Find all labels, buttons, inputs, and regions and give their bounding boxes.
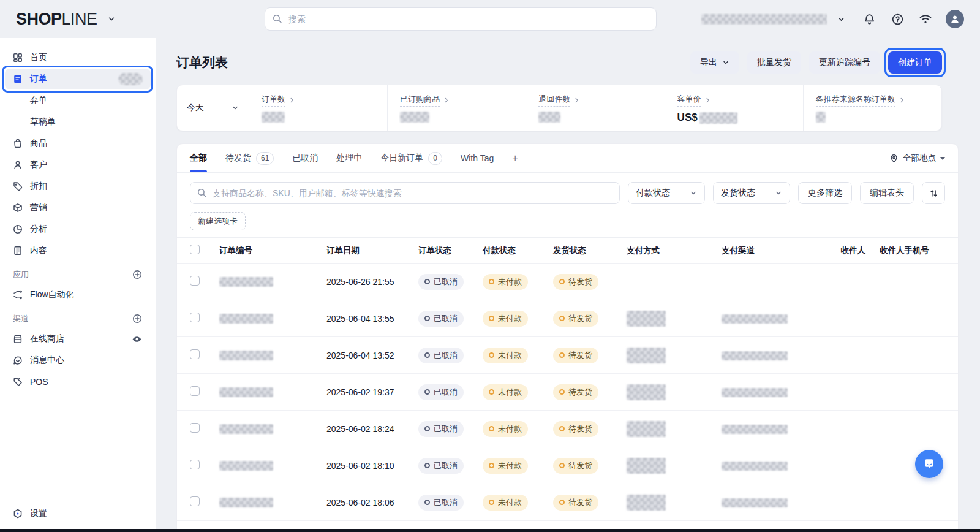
sidebar-item-home[interactable]: 首页	[5, 47, 151, 68]
table-row[interactable]: 2025-06-26 21:55 已取消 未付款 待发货	[177, 263, 958, 300]
chat-bubble-icon	[922, 457, 936, 471]
metric-link[interactable]: 客单价	[677, 94, 711, 107]
sidebar-item-analytics[interactable]: 分析	[5, 219, 151, 240]
fulfillment-status-select[interactable]: 发货状态	[713, 182, 790, 204]
select-all-checkbox[interactable]	[190, 245, 200, 254]
filter-bar: 付款状态 发货状态 更多筛选 编辑表头	[177, 173, 958, 204]
order-number-redacted[interactable]	[219, 387, 273, 397]
row-checkbox[interactable]	[190, 313, 200, 322]
order-status-badge: 已取消	[418, 458, 464, 474]
metric-link[interactable]: 各推荐来源名称订单数	[816, 94, 905, 107]
row-checkbox[interactable]	[190, 276, 200, 286]
order-number-redacted[interactable]	[219, 351, 273, 360]
payment-status-select[interactable]: 付款状态	[628, 182, 705, 204]
sort-button[interactable]	[922, 182, 945, 204]
main-content: 订单列表 导出 批量发货 更新追踪编号 创建订单 今天	[156, 38, 980, 532]
location-filter[interactable]: 全部地点	[889, 153, 945, 164]
sidebar-item-draft-orders[interactable]: 草稿单	[5, 112, 151, 132]
user-avatar[interactable]	[946, 10, 964, 28]
payment-method-redacted	[627, 348, 666, 363]
order-date: 2025-06-04 13:55	[326, 314, 394, 324]
col-fulfillment-status[interactable]: 发货状态	[553, 245, 627, 256]
message-center-icon	[13, 355, 23, 365]
order-number-redacted[interactable]	[219, 498, 273, 507]
row-checkbox[interactable]	[190, 349, 200, 359]
bulk-ship-button[interactable]: 批量发货	[747, 51, 801, 74]
table-row[interactable]: 2025-06-04 13:52 已取消 未付款 待发货	[177, 336, 958, 373]
row-checkbox[interactable]	[190, 423, 200, 433]
table-row[interactable]: 2025-06-04 13:55 已取消 未付款 待发货	[177, 300, 958, 336]
sidebar-item-pos[interactable]: POS	[5, 371, 151, 392]
row-checkbox[interactable]	[190, 386, 200, 396]
store-chevron-down-icon[interactable]	[833, 11, 849, 27]
col-recipient-phone[interactable]: 收件人手机号	[865, 245, 945, 256]
order-number-redacted[interactable]	[219, 277, 273, 287]
order-number-redacted[interactable]	[219, 461, 273, 471]
table-row[interactable]: 2025-06-02 18:10 已取消 未付款 待发货	[177, 447, 958, 484]
table-row[interactable]: 2025-06-02 19:37 已取消 未付款 待发货	[177, 373, 958, 410]
add-tab-button[interactable]: +	[512, 152, 518, 164]
network-wifi-icon[interactable]	[918, 11, 933, 27]
tab-cancelled[interactable]: 已取消	[292, 144, 318, 172]
sort-icon	[929, 189, 938, 198]
view-store-eye-icon[interactable]	[130, 333, 143, 345]
more-filters-button[interactable]: 更多筛选	[798, 182, 852, 204]
tab-all[interactable]: 全部	[190, 144, 207, 172]
new-view-tab-button[interactable]: 新建选项卡	[190, 212, 246, 230]
payment-channel-redacted	[722, 425, 788, 434]
edit-columns-button[interactable]: 编辑表头	[860, 182, 914, 204]
payment-status-badge: 未付款	[483, 421, 528, 437]
help-icon[interactable]	[889, 11, 905, 27]
analytics-pie-icon	[13, 224, 23, 234]
sidebar-item-orders[interactable]: 订单	[5, 69, 151, 89]
date-range-select[interactable]: 今天	[177, 85, 249, 131]
row-checkbox[interactable]	[190, 496, 200, 506]
chat-support-button[interactable]	[915, 450, 943, 478]
sidebar-item-message-center[interactable]: 消息中心	[5, 350, 151, 371]
add-channel-button[interactable]	[132, 313, 143, 324]
table-row[interactable]: 2025-06-02 18:24 已取消 未付款 待发货	[177, 410, 958, 447]
tab-with-tag[interactable]: With Tag	[461, 144, 494, 172]
col-order-number[interactable]: 订单编号	[219, 245, 326, 256]
export-button[interactable]: 导出	[690, 51, 739, 74]
sidebar-item-marketing[interactable]: 营销	[5, 197, 151, 218]
metric-orders-by-referral: 各推荐来源名称订单数	[804, 85, 941, 131]
order-search-input[interactable]	[190, 182, 620, 204]
order-number-redacted[interactable]	[219, 424, 273, 434]
add-app-button[interactable]	[132, 269, 143, 280]
tab-new-today[interactable]: 今日新订单0	[380, 144, 442, 172]
sidebar-item-settings[interactable]: 设置	[5, 503, 151, 524]
tab-processing[interactable]: 处理中	[336, 144, 362, 172]
metric-link[interactable]: 已订购商品	[400, 94, 450, 107]
metric-link[interactable]: 订单数	[262, 94, 295, 107]
update-tracking-button[interactable]: 更新追踪编号	[809, 51, 880, 74]
sidebar-item-discounts[interactable]: 折扣	[5, 176, 151, 197]
row-checkbox[interactable]	[190, 460, 200, 469]
metric-value-redacted	[699, 112, 737, 124]
col-payment-channel[interactable]: 支付渠道	[722, 245, 816, 256]
order-date: 2025-06-02 18:24	[326, 424, 394, 434]
table-row[interactable]: 2025-06-02 18:06 已取消 未付款 待发货	[177, 484, 958, 520]
notifications-bell-icon[interactable]	[861, 11, 877, 27]
col-recipient[interactable]: 收件人	[816, 245, 865, 256]
status-dot-icon	[424, 352, 430, 358]
sidebar-item-content[interactable]: 内容	[5, 240, 151, 261]
global-search-input[interactable]	[265, 7, 657, 31]
sidebar-item-abandoned-orders[interactable]: 弃单	[5, 90, 151, 111]
metric-link[interactable]: 退回件数	[538, 94, 580, 107]
col-order-status[interactable]: 订单状态	[418, 245, 483, 256]
create-order-button[interactable]: 创建订单	[888, 51, 942, 74]
col-payment-status[interactable]: 付款状态	[483, 245, 553, 256]
order-number-redacted[interactable]	[219, 314, 273, 324]
sidebar-item-products[interactable]: 商品	[5, 133, 151, 154]
logo-chevron-down-icon[interactable]	[104, 11, 119, 27]
sidebar-item-flow-automation[interactable]: Flow自动化	[5, 284, 151, 305]
col-order-date[interactable]: 订单日期	[326, 245, 418, 256]
sidebar-item-online-store[interactable]: 在线商店	[5, 329, 151, 349]
tab-to-ship[interactable]: 待发货61	[225, 144, 274, 172]
sidebar-item-customers[interactable]: 客户	[5, 154, 151, 175]
order-status-badge: 已取消	[418, 311, 464, 327]
col-payment-method[interactable]: 支付方式	[627, 245, 722, 256]
status-dot-icon	[489, 352, 494, 358]
sidebar-item-label: 草稿单	[30, 116, 56, 127]
